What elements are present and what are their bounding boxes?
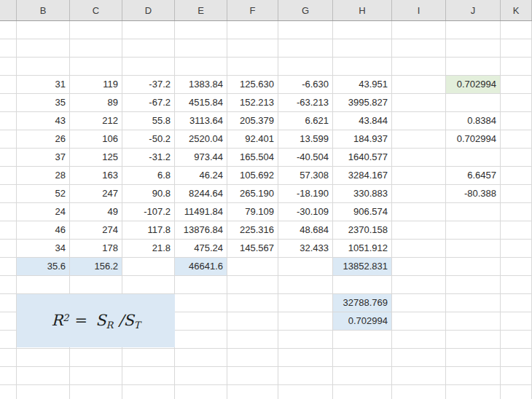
cell-G14[interactable] xyxy=(278,258,333,276)
cell-I4[interactable] xyxy=(392,76,446,94)
cell-C3[interactable] xyxy=(70,58,122,76)
cell-A10[interactable] xyxy=(0,185,17,203)
cell-H3[interactable] xyxy=(333,58,392,76)
cell-F2[interactable] xyxy=(227,39,278,58)
cell-J3[interactable] xyxy=(446,58,501,76)
cell-H9[interactable]: 3284.167 xyxy=(333,167,392,185)
cell-K4[interactable] xyxy=(501,76,532,94)
cell-K21[interactable] xyxy=(501,385,532,399)
cell-A8[interactable] xyxy=(0,149,17,167)
cell-J7[interactable]: 0.702994 xyxy=(446,130,501,149)
cell-H14[interactable]: 13852.831 xyxy=(333,258,392,276)
cell-B15[interactable] xyxy=(17,276,70,294)
cell-E18[interactable] xyxy=(175,331,227,349)
cell-H19[interactable] xyxy=(333,349,392,367)
cell-C21[interactable] xyxy=(70,385,122,399)
cell-C15[interactable] xyxy=(70,276,122,294)
cell-K19[interactable] xyxy=(501,349,532,367)
cell-D6[interactable]: 55.8 xyxy=(122,112,175,130)
cell-D12[interactable]: 117.8 xyxy=(122,221,175,240)
cell-B10[interactable]: 52 xyxy=(17,185,70,203)
cell-A9[interactable] xyxy=(0,167,17,185)
cell-F11[interactable]: 79.109 xyxy=(227,203,278,221)
cell-I10[interactable] xyxy=(392,185,446,203)
cell-D1[interactable] xyxy=(122,21,175,39)
cell-E12[interactable]: 13876.84 xyxy=(175,221,227,240)
cell-E14[interactable]: 46641.6 xyxy=(175,258,227,276)
formula-textbox[interactable]: R2=SR/ST xyxy=(17,294,175,347)
cell-D11[interactable]: -107.2 xyxy=(122,203,175,221)
cell-H10[interactable]: 330.883 xyxy=(333,185,392,203)
cell-I16[interactable] xyxy=(392,294,446,312)
cell-C12[interactable]: 274 xyxy=(70,221,122,240)
cell-H6[interactable]: 43.844 xyxy=(333,112,392,130)
cell-I13[interactable] xyxy=(392,240,446,258)
cell-G12[interactable]: 48.684 xyxy=(278,221,333,240)
cell-F8[interactable]: 165.504 xyxy=(227,149,278,167)
cell-F4[interactable]: 125.630 xyxy=(227,76,278,94)
cell-I6[interactable] xyxy=(392,112,446,130)
cell-E9[interactable]: 46.24 xyxy=(175,167,227,185)
cell-B21[interactable] xyxy=(17,385,70,399)
cell-D13[interactable]: 21.8 xyxy=(122,240,175,258)
cell-F3[interactable] xyxy=(227,58,278,76)
cell-D7[interactable]: -50.2 xyxy=(122,130,175,149)
cell-E6[interactable]: 3113.64 xyxy=(175,112,227,130)
cell-G10[interactable]: -18.190 xyxy=(278,185,333,203)
cell-D5[interactable]: -67.2 xyxy=(122,94,175,112)
cell-K8[interactable] xyxy=(501,149,532,167)
cell-G20[interactable] xyxy=(278,367,333,385)
cell-I1[interactable] xyxy=(392,21,446,39)
cell-K16[interactable] xyxy=(501,294,532,312)
cell-C20[interactable] xyxy=(70,367,122,385)
cell-A20[interactable] xyxy=(0,367,17,385)
cell-E11[interactable]: 11491.84 xyxy=(175,203,227,221)
cell-K11[interactable] xyxy=(501,203,532,221)
cell-J16[interactable] xyxy=(446,294,501,312)
cell-C13[interactable]: 178 xyxy=(70,240,122,258)
cell-F1[interactable] xyxy=(227,21,278,39)
cell-E16[interactable] xyxy=(175,294,227,312)
cell-J8[interactable] xyxy=(446,149,501,167)
cell-G19[interactable] xyxy=(278,349,333,367)
cell-I12[interactable] xyxy=(392,221,446,240)
cell-G9[interactable]: 57.308 xyxy=(278,167,333,185)
cell-D3[interactable] xyxy=(122,58,175,76)
cell-E8[interactable]: 973.44 xyxy=(175,149,227,167)
cell-K18[interactable] xyxy=(501,331,532,349)
cell-A12[interactable] xyxy=(0,221,17,240)
cell-E13[interactable]: 475.24 xyxy=(175,240,227,258)
cell-E3[interactable] xyxy=(175,58,227,76)
cell-J15[interactable] xyxy=(446,276,501,294)
cell-K1[interactable] xyxy=(501,21,532,39)
cell-I15[interactable] xyxy=(392,276,446,294)
cell-A1[interactable] xyxy=(0,21,17,39)
cell-I17[interactable] xyxy=(392,312,446,331)
cell-K13[interactable] xyxy=(501,240,532,258)
cell-A18[interactable] xyxy=(0,331,17,349)
col-header-E[interactable]: E xyxy=(175,0,227,20)
cell-E1[interactable] xyxy=(175,21,227,39)
cell-F19[interactable] xyxy=(227,349,278,367)
cell-J20[interactable] xyxy=(446,367,501,385)
cell-E5[interactable]: 4515.84 xyxy=(175,94,227,112)
cell-G18[interactable] xyxy=(278,331,333,349)
cell-G15[interactable] xyxy=(278,276,333,294)
cell-K14[interactable] xyxy=(501,258,532,276)
cell-A21[interactable] xyxy=(0,385,17,399)
cell-F13[interactable]: 145.567 xyxy=(227,240,278,258)
cell-J10[interactable]: -80.388 xyxy=(446,185,501,203)
cell-A3[interactable] xyxy=(0,58,17,76)
cell-F12[interactable]: 225.316 xyxy=(227,221,278,240)
cell-I14[interactable] xyxy=(392,258,446,276)
col-header-D[interactable]: D xyxy=(122,0,175,20)
cell-I11[interactable] xyxy=(392,203,446,221)
cell-A6[interactable] xyxy=(0,112,17,130)
cell-K3[interactable] xyxy=(501,58,532,76)
cell-I5[interactable] xyxy=(392,94,446,112)
cell-A5[interactable] xyxy=(0,94,17,112)
cell-I9[interactable] xyxy=(392,167,446,185)
cell-B9[interactable]: 28 xyxy=(17,167,70,185)
cell-J6[interactable]: 0.8384 xyxy=(446,112,501,130)
cell-A15[interactable] xyxy=(0,276,17,294)
